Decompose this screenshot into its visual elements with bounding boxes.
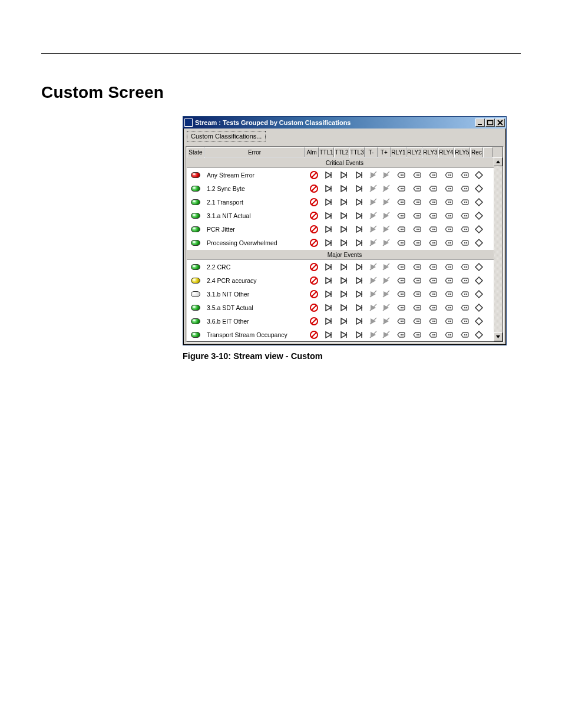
rly5-icon[interactable] (457, 170, 472, 180)
rly5-icon[interactable] (457, 303, 472, 312)
ttl3-icon[interactable] (352, 238, 367, 248)
ttl1-icon[interactable] (321, 289, 336, 299)
tplus-icon[interactable] (380, 197, 393, 207)
ttl1-icon[interactable] (321, 317, 336, 326)
ttl2-icon[interactable] (336, 289, 352, 299)
ttl1-icon[interactable] (321, 184, 336, 193)
alm-icon[interactable] (307, 225, 321, 234)
alm-icon[interactable] (307, 170, 321, 180)
rly3-icon[interactable] (425, 289, 441, 299)
rly3-icon[interactable] (425, 330, 441, 340)
table-row[interactable]: 3.1.b NIT Other (187, 287, 503, 301)
alm-icon[interactable] (307, 303, 321, 312)
tplus-icon[interactable] (380, 330, 393, 340)
minimize-button[interactable] (475, 118, 485, 127)
close-button[interactable] (495, 118, 505, 127)
ttl3-icon[interactable] (352, 170, 367, 180)
ttl3-icon[interactable] (352, 184, 367, 193)
rly5-icon[interactable] (457, 211, 472, 220)
rly5-icon[interactable] (457, 317, 472, 326)
rly1-icon[interactable] (393, 276, 409, 285)
rly2-icon[interactable] (409, 184, 425, 193)
rec-icon[interactable] (472, 330, 485, 340)
rly1-icon[interactable] (393, 262, 409, 272)
tminus-icon[interactable] (367, 184, 380, 193)
alm-icon[interactable] (307, 211, 321, 220)
col-tminus[interactable]: T- (365, 147, 378, 157)
rly3-icon[interactable] (425, 170, 441, 180)
tplus-icon[interactable] (380, 170, 393, 180)
rly2-icon[interactable] (409, 262, 425, 272)
rly3-icon[interactable] (425, 225, 441, 234)
col-rly1[interactable]: RLY1 (391, 147, 406, 157)
tplus-icon[interactable] (380, 211, 393, 220)
rly5-icon[interactable] (457, 276, 472, 285)
alm-icon[interactable] (307, 276, 321, 285)
ttl2-icon[interactable] (336, 276, 352, 285)
tplus-icon[interactable] (380, 225, 393, 234)
rly5-icon[interactable] (457, 225, 472, 234)
rly5-icon[interactable] (457, 184, 472, 193)
col-rly5[interactable]: RLY5 (454, 147, 470, 157)
ttl1-icon[interactable] (321, 238, 336, 248)
ttl3-icon[interactable] (352, 225, 367, 234)
rly4-icon[interactable] (441, 289, 457, 299)
ttl3-icon[interactable] (352, 276, 367, 285)
rly1-icon[interactable] (393, 184, 409, 193)
rec-icon[interactable] (472, 238, 485, 248)
rly4-icon[interactable] (441, 184, 457, 193)
col-ttl2[interactable]: TTL2 (334, 147, 349, 157)
table-row[interactable]: 2.4 PCR accuracy (187, 274, 503, 287)
ttl2-icon[interactable] (336, 211, 352, 220)
alm-icon[interactable] (307, 317, 321, 326)
tplus-icon[interactable] (380, 317, 393, 326)
rec-icon[interactable] (472, 170, 485, 180)
rly2-icon[interactable] (409, 170, 425, 180)
ttl3-icon[interactable] (352, 289, 367, 299)
table-row[interactable]: 2.2 CRC (187, 260, 503, 274)
col-error[interactable]: Error (204, 147, 305, 157)
ttl3-icon[interactable] (352, 262, 367, 272)
rly1-icon[interactable] (393, 197, 409, 207)
col-rly4[interactable]: RLY4 (438, 147, 454, 157)
col-state[interactable]: State (187, 147, 204, 157)
tplus-icon[interactable] (380, 289, 393, 299)
table-row[interactable]: 1.2 Sync Byte (187, 182, 503, 195)
ttl3-icon[interactable] (352, 197, 367, 207)
alm-icon[interactable] (307, 238, 321, 248)
col-rly3[interactable]: RLY3 (422, 147, 438, 157)
rec-icon[interactable] (472, 211, 485, 220)
tminus-icon[interactable] (367, 317, 380, 326)
rly1-icon[interactable] (393, 225, 409, 234)
ttl1-icon[interactable] (321, 276, 336, 285)
tminus-icon[interactable] (367, 262, 380, 272)
rly4-icon[interactable] (441, 225, 457, 234)
rly3-icon[interactable] (425, 238, 441, 248)
ttl3-icon[interactable] (352, 303, 367, 312)
col-ttl1[interactable]: TTL1 (319, 147, 334, 157)
rec-icon[interactable] (472, 197, 485, 207)
rly3-icon[interactable] (425, 184, 441, 193)
rly4-icon[interactable] (441, 262, 457, 272)
table-row[interactable]: Transport Stream Occupancy (187, 328, 503, 341)
tplus-icon[interactable] (380, 276, 393, 285)
rly1-icon[interactable] (393, 170, 409, 180)
tminus-icon[interactable] (367, 330, 380, 340)
alm-icon[interactable] (307, 184, 321, 193)
rly4-icon[interactable] (441, 238, 457, 248)
rly3-icon[interactable] (425, 262, 441, 272)
table-row[interactable]: 3.6.b EIT Other (187, 314, 503, 328)
rly3-icon[interactable] (425, 197, 441, 207)
tplus-icon[interactable] (380, 184, 393, 193)
alm-icon[interactable] (307, 330, 321, 340)
tminus-icon[interactable] (367, 225, 380, 234)
tminus-icon[interactable] (367, 289, 380, 299)
ttl3-icon[interactable] (352, 211, 367, 220)
col-tplus[interactable]: T+ (378, 147, 391, 157)
maximize-button[interactable] (485, 118, 495, 127)
rly2-icon[interactable] (409, 276, 425, 285)
tminus-icon[interactable] (367, 197, 380, 207)
custom-classifications-button[interactable]: Custom Classifications... (187, 131, 266, 141)
rly1-icon[interactable] (393, 211, 409, 220)
rly4-icon[interactable] (441, 303, 457, 312)
